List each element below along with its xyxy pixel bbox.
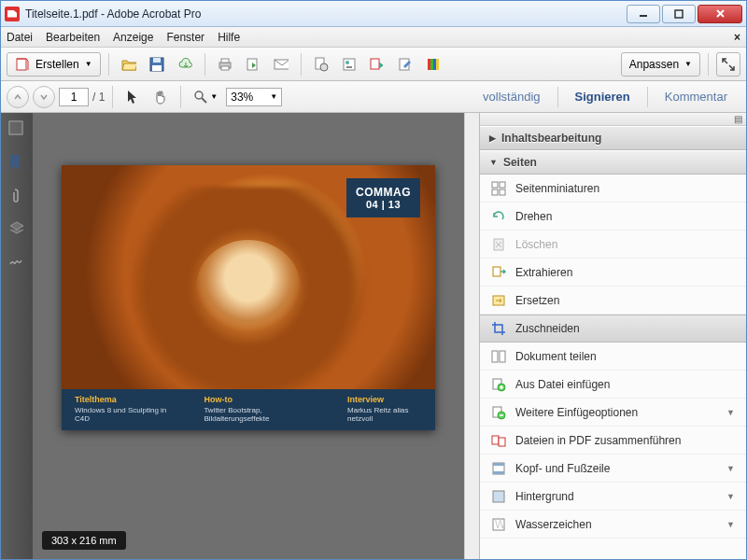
toolbar-nav: 1 / 1 ▼ 33%▼ vollständig Signieren Komme… (1, 81, 746, 113)
minimize-button[interactable] (627, 5, 660, 23)
chevron-down-icon: ▼ (726, 492, 735, 501)
tab-tools[interactable]: vollständig (470, 81, 553, 113)
tool-delete: Löschen (480, 231, 746, 259)
chevron-down-icon: ▼ (726, 520, 735, 529)
attachment-icon[interactable] (8, 188, 25, 204)
tool-rotate[interactable]: Drehen (480, 203, 746, 231)
tool-replace[interactable]: Ersetzen (480, 287, 746, 315)
color-button[interactable] (421, 52, 445, 77)
svg-rect-20 (428, 59, 430, 70)
tool-label: Drehen (515, 210, 552, 223)
tool-crop[interactable]: Zuschneiden (480, 315, 746, 343)
open-button[interactable] (117, 52, 141, 77)
menu-window[interactable]: Fenster (166, 31, 204, 44)
tool-label: Extrahieren (515, 266, 572, 279)
tool-insert[interactable]: Aus Datei einfügen (480, 371, 746, 399)
accordion-seiten[interactable]: ▼Seiten (480, 150, 746, 175)
cloud-button[interactable] (173, 52, 197, 77)
convert-button[interactable] (365, 52, 389, 77)
tool-split[interactable]: Dokument teilen (480, 343, 746, 371)
zoom-input[interactable]: 33%▼ (226, 88, 282, 106)
cursor-icon (125, 90, 140, 105)
menu-help[interactable]: Hilfe (218, 31, 240, 44)
more-icon (491, 405, 506, 420)
tool-header[interactable]: Kopf- und Fußzeile▼ (480, 455, 746, 483)
tool-watermark[interactable]: WWasserzeichen▼ (480, 511, 746, 539)
tool-more[interactable]: Weitere Einfügeoptionen▼ (480, 399, 746, 427)
svg-rect-43 (492, 436, 499, 444)
page-thumbnail[interactable]: COMMAG 04 | 13 TitelthemaWindows 8 und S… (62, 165, 435, 430)
page-size-badge: 303 x 216 mm (42, 531, 126, 550)
gear-doc-icon (314, 57, 329, 72)
tool-background[interactable]: Hintergrund▼ (480, 483, 746, 511)
customize-button[interactable]: Anpassen ▼ (621, 52, 700, 77)
chevron-down-icon: ▼ (489, 158, 498, 167)
svg-line-25 (202, 98, 206, 103)
create-label: Erstellen (35, 58, 79, 71)
page-down-button[interactable] (33, 86, 55, 108)
svg-rect-46 (493, 463, 504, 466)
share-icon (246, 57, 261, 72)
save-button[interactable] (145, 52, 169, 77)
thumbnails-icon[interactable] (8, 120, 25, 137)
form-button[interactable] (337, 52, 361, 77)
svg-point-24 (195, 91, 203, 99)
floppy-icon (149, 57, 164, 72)
ocr-button[interactable] (309, 52, 333, 77)
maximize-button[interactable] (662, 5, 696, 23)
share-button[interactable] (241, 52, 265, 77)
print-button[interactable] (213, 52, 237, 77)
header-icon (491, 461, 506, 476)
page-number-input[interactable]: 1 (59, 88, 89, 106)
create-button[interactable]: Erstellen ▼ (7, 52, 101, 77)
hand-tool-button[interactable] (148, 85, 173, 109)
chevron-down-icon: ▼ (684, 60, 692, 68)
layers-icon[interactable] (8, 221, 25, 238)
menu-file[interactable]: Datei (7, 31, 33, 44)
tool-label: Hintergrund (515, 490, 574, 503)
chevron-right-icon: ▶ (489, 133, 496, 143)
close-button[interactable] (698, 5, 742, 23)
email-button[interactable] (269, 52, 293, 77)
svg-rect-15 (344, 59, 355, 70)
envelope-icon (274, 57, 289, 72)
badge-issue: 04 | 13 (356, 199, 411, 210)
bookmark-icon[interactable] (8, 154, 25, 171)
tab-comment[interactable]: Kommentar (652, 81, 740, 113)
fullscreen-button[interactable] (716, 52, 740, 77)
delete-icon (491, 237, 506, 252)
svg-rect-6 (153, 58, 161, 63)
page-total: / 1 (92, 91, 105, 104)
menu-view[interactable]: Anzeige (113, 31, 153, 44)
badge-name: COMMAG (356, 186, 411, 199)
menubar: Datei Bearbeiten Anzeige Fenster Hilfe × (1, 27, 746, 48)
tool-thumbs[interactable]: Seitenminiaturen (480, 175, 746, 203)
rainbow-icon (426, 57, 441, 72)
page-up-button[interactable] (7, 86, 29, 108)
magnifier-icon (193, 90, 208, 105)
edit-button[interactable] (393, 52, 417, 77)
tab-sign[interactable]: Signieren (562, 81, 643, 113)
svg-rect-27 (9, 121, 22, 134)
svg-rect-1 (675, 10, 683, 18)
svg-rect-48 (493, 491, 504, 502)
svg-rect-31 (500, 189, 505, 195)
svg-rect-18 (371, 59, 379, 69)
tool-label: Zuschneiden (515, 322, 580, 335)
tool-extract[interactable]: Extrahieren (480, 259, 746, 287)
svg-rect-35 (493, 267, 500, 276)
menu-edit[interactable]: Bearbeiten (46, 31, 100, 44)
tool-label: Löschen (515, 238, 557, 251)
svg-rect-22 (433, 59, 436, 70)
scrollbar[interactable] (464, 113, 479, 559)
chevron-down-icon: ▼ (726, 408, 735, 417)
zoom-tool-button[interactable]: ▼ (189, 85, 222, 109)
tool-merge[interactable]: Dateien in PDF zusammenführen (480, 427, 746, 455)
signatures-icon[interactable] (8, 255, 25, 272)
thumbs-icon (491, 181, 506, 196)
select-tool-button[interactable] (120, 85, 145, 109)
accordion-inhaltsbearbeitung[interactable]: ▶Inhaltsbearbeitung (480, 126, 746, 150)
panel-options-icon[interactable]: ▤ (480, 113, 746, 126)
close-doc-icon[interactable]: × (734, 31, 740, 44)
nav-rail (1, 113, 33, 559)
